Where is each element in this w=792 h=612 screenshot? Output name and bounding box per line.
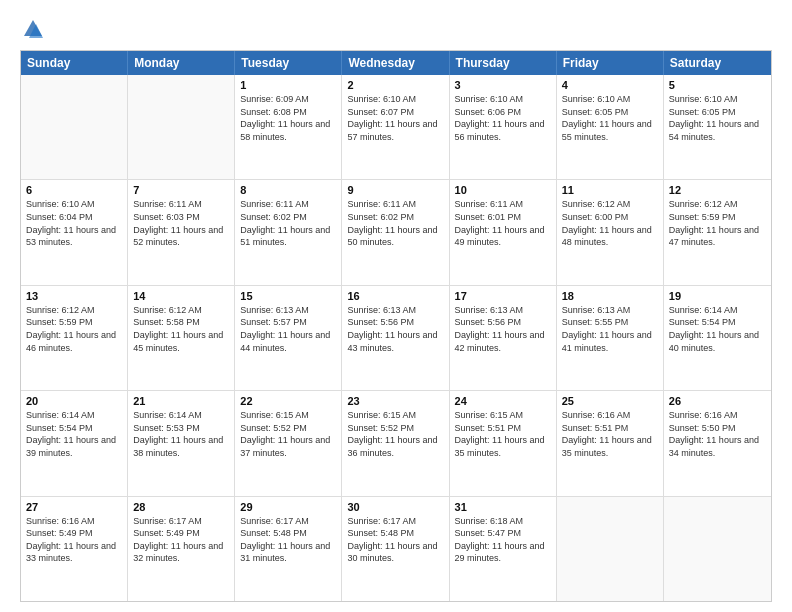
day-number: 15	[240, 290, 336, 302]
day-info: Sunrise: 6:12 AM Sunset: 5:58 PM Dayligh…	[133, 304, 229, 354]
day-number: 2	[347, 79, 443, 91]
day-info: Sunrise: 6:13 AM Sunset: 5:57 PM Dayligh…	[240, 304, 336, 354]
calendar-day-16: 16Sunrise: 6:13 AM Sunset: 5:56 PM Dayli…	[342, 286, 449, 390]
day-info: Sunrise: 6:17 AM Sunset: 5:49 PM Dayligh…	[133, 515, 229, 565]
weekday-header-friday: Friday	[557, 51, 664, 75]
day-number: 24	[455, 395, 551, 407]
day-number: 9	[347, 184, 443, 196]
calendar-day-26: 26Sunrise: 6:16 AM Sunset: 5:50 PM Dayli…	[664, 391, 771, 495]
calendar-empty-cell	[664, 497, 771, 601]
day-number: 29	[240, 501, 336, 513]
day-info: Sunrise: 6:12 AM Sunset: 5:59 PM Dayligh…	[26, 304, 122, 354]
calendar-day-4: 4Sunrise: 6:10 AM Sunset: 6:05 PM Daylig…	[557, 75, 664, 179]
calendar-day-10: 10Sunrise: 6:11 AM Sunset: 6:01 PM Dayli…	[450, 180, 557, 284]
calendar-day-9: 9Sunrise: 6:11 AM Sunset: 6:02 PM Daylig…	[342, 180, 449, 284]
day-info: Sunrise: 6:11 AM Sunset: 6:02 PM Dayligh…	[240, 198, 336, 248]
calendar-empty-cell	[557, 497, 664, 601]
calendar-day-15: 15Sunrise: 6:13 AM Sunset: 5:57 PM Dayli…	[235, 286, 342, 390]
day-info: Sunrise: 6:12 AM Sunset: 5:59 PM Dayligh…	[669, 198, 766, 248]
day-info: Sunrise: 6:17 AM Sunset: 5:48 PM Dayligh…	[347, 515, 443, 565]
calendar: SundayMondayTuesdayWednesdayThursdayFrid…	[20, 50, 772, 602]
day-info: Sunrise: 6:15 AM Sunset: 5:52 PM Dayligh…	[240, 409, 336, 459]
logo	[20, 18, 44, 40]
calendar-day-3: 3Sunrise: 6:10 AM Sunset: 6:06 PM Daylig…	[450, 75, 557, 179]
calendar-row-2: 6Sunrise: 6:10 AM Sunset: 6:04 PM Daylig…	[21, 179, 771, 284]
day-info: Sunrise: 6:10 AM Sunset: 6:04 PM Dayligh…	[26, 198, 122, 248]
calendar-header: SundayMondayTuesdayWednesdayThursdayFrid…	[21, 51, 771, 75]
weekday-header-thursday: Thursday	[450, 51, 557, 75]
day-info: Sunrise: 6:15 AM Sunset: 5:52 PM Dayligh…	[347, 409, 443, 459]
calendar-day-11: 11Sunrise: 6:12 AM Sunset: 6:00 PM Dayli…	[557, 180, 664, 284]
day-info: Sunrise: 6:10 AM Sunset: 6:05 PM Dayligh…	[562, 93, 658, 143]
day-info: Sunrise: 6:14 AM Sunset: 5:54 PM Dayligh…	[669, 304, 766, 354]
calendar-day-25: 25Sunrise: 6:16 AM Sunset: 5:51 PM Dayli…	[557, 391, 664, 495]
day-info: Sunrise: 6:15 AM Sunset: 5:51 PM Dayligh…	[455, 409, 551, 459]
weekday-header-tuesday: Tuesday	[235, 51, 342, 75]
day-info: Sunrise: 6:16 AM Sunset: 5:50 PM Dayligh…	[669, 409, 766, 459]
calendar-day-12: 12Sunrise: 6:12 AM Sunset: 5:59 PM Dayli…	[664, 180, 771, 284]
page: SundayMondayTuesdayWednesdayThursdayFrid…	[0, 0, 792, 612]
day-number: 20	[26, 395, 122, 407]
weekday-header-sunday: Sunday	[21, 51, 128, 75]
calendar-day-14: 14Sunrise: 6:12 AM Sunset: 5:58 PM Dayli…	[128, 286, 235, 390]
day-info: Sunrise: 6:10 AM Sunset: 6:06 PM Dayligh…	[455, 93, 551, 143]
day-number: 18	[562, 290, 658, 302]
day-number: 31	[455, 501, 551, 513]
day-number: 8	[240, 184, 336, 196]
calendar-row-1: 1Sunrise: 6:09 AM Sunset: 6:08 PM Daylig…	[21, 75, 771, 179]
day-info: Sunrise: 6:17 AM Sunset: 5:48 PM Dayligh…	[240, 515, 336, 565]
calendar-day-19: 19Sunrise: 6:14 AM Sunset: 5:54 PM Dayli…	[664, 286, 771, 390]
calendar-day-24: 24Sunrise: 6:15 AM Sunset: 5:51 PM Dayli…	[450, 391, 557, 495]
day-number: 1	[240, 79, 336, 91]
calendar-empty-cell	[21, 75, 128, 179]
header	[20, 18, 772, 40]
calendar-day-30: 30Sunrise: 6:17 AM Sunset: 5:48 PM Dayli…	[342, 497, 449, 601]
day-info: Sunrise: 6:14 AM Sunset: 5:54 PM Dayligh…	[26, 409, 122, 459]
day-number: 25	[562, 395, 658, 407]
day-info: Sunrise: 6:13 AM Sunset: 5:56 PM Dayligh…	[347, 304, 443, 354]
weekday-header-wednesday: Wednesday	[342, 51, 449, 75]
day-number: 13	[26, 290, 122, 302]
day-number: 3	[455, 79, 551, 91]
calendar-body: 1Sunrise: 6:09 AM Sunset: 6:08 PM Daylig…	[21, 75, 771, 601]
calendar-day-2: 2Sunrise: 6:10 AM Sunset: 6:07 PM Daylig…	[342, 75, 449, 179]
day-number: 21	[133, 395, 229, 407]
day-info: Sunrise: 6:09 AM Sunset: 6:08 PM Dayligh…	[240, 93, 336, 143]
day-info: Sunrise: 6:12 AM Sunset: 6:00 PM Dayligh…	[562, 198, 658, 248]
day-number: 11	[562, 184, 658, 196]
calendar-day-23: 23Sunrise: 6:15 AM Sunset: 5:52 PM Dayli…	[342, 391, 449, 495]
day-number: 16	[347, 290, 443, 302]
day-number: 7	[133, 184, 229, 196]
calendar-day-17: 17Sunrise: 6:13 AM Sunset: 5:56 PM Dayli…	[450, 286, 557, 390]
calendar-day-28: 28Sunrise: 6:17 AM Sunset: 5:49 PM Dayli…	[128, 497, 235, 601]
day-info: Sunrise: 6:13 AM Sunset: 5:56 PM Dayligh…	[455, 304, 551, 354]
day-number: 22	[240, 395, 336, 407]
calendar-day-20: 20Sunrise: 6:14 AM Sunset: 5:54 PM Dayli…	[21, 391, 128, 495]
calendar-day-18: 18Sunrise: 6:13 AM Sunset: 5:55 PM Dayli…	[557, 286, 664, 390]
calendar-day-13: 13Sunrise: 6:12 AM Sunset: 5:59 PM Dayli…	[21, 286, 128, 390]
day-info: Sunrise: 6:14 AM Sunset: 5:53 PM Dayligh…	[133, 409, 229, 459]
day-info: Sunrise: 6:13 AM Sunset: 5:55 PM Dayligh…	[562, 304, 658, 354]
calendar-day-5: 5Sunrise: 6:10 AM Sunset: 6:05 PM Daylig…	[664, 75, 771, 179]
calendar-day-6: 6Sunrise: 6:10 AM Sunset: 6:04 PM Daylig…	[21, 180, 128, 284]
calendar-empty-cell	[128, 75, 235, 179]
calendar-day-7: 7Sunrise: 6:11 AM Sunset: 6:03 PM Daylig…	[128, 180, 235, 284]
day-info: Sunrise: 6:10 AM Sunset: 6:07 PM Dayligh…	[347, 93, 443, 143]
calendar-row-4: 20Sunrise: 6:14 AM Sunset: 5:54 PM Dayli…	[21, 390, 771, 495]
day-number: 4	[562, 79, 658, 91]
day-number: 19	[669, 290, 766, 302]
day-number: 6	[26, 184, 122, 196]
day-number: 27	[26, 501, 122, 513]
calendar-day-27: 27Sunrise: 6:16 AM Sunset: 5:49 PM Dayli…	[21, 497, 128, 601]
day-number: 14	[133, 290, 229, 302]
day-number: 26	[669, 395, 766, 407]
day-info: Sunrise: 6:18 AM Sunset: 5:47 PM Dayligh…	[455, 515, 551, 565]
day-info: Sunrise: 6:16 AM Sunset: 5:51 PM Dayligh…	[562, 409, 658, 459]
logo-icon	[22, 18, 44, 40]
day-info: Sunrise: 6:16 AM Sunset: 5:49 PM Dayligh…	[26, 515, 122, 565]
calendar-row-3: 13Sunrise: 6:12 AM Sunset: 5:59 PM Dayli…	[21, 285, 771, 390]
day-info: Sunrise: 6:11 AM Sunset: 6:02 PM Dayligh…	[347, 198, 443, 248]
day-info: Sunrise: 6:10 AM Sunset: 6:05 PM Dayligh…	[669, 93, 766, 143]
weekday-header-saturday: Saturday	[664, 51, 771, 75]
calendar-row-5: 27Sunrise: 6:16 AM Sunset: 5:49 PM Dayli…	[21, 496, 771, 601]
